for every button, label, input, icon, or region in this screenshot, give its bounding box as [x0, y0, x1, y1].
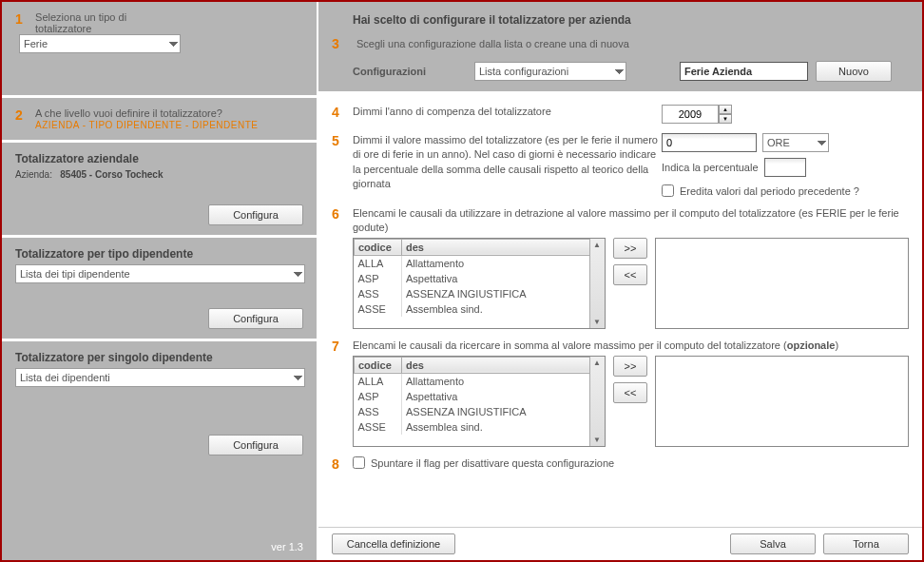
main-header: Hai scelto di configurare il totalizzato…: [318, 2, 922, 93]
inherit-checkbox[interactable]: [662, 184, 674, 197]
config-list-select[interactable]: Lista configurazioni: [474, 62, 626, 81]
inherit-label: Eredita valori dal periodo precedente ?: [680, 185, 859, 197]
step6-label: Elencami le causali da utilizzare in det…: [353, 206, 909, 236]
table-row: ALLAAllattamento: [355, 255, 605, 271]
percent-label: Indica la percentuale: [662, 162, 759, 173]
step6-dual-list: codicedes ALLAAllattamento ASPAspettativ…: [353, 238, 909, 329]
totalizer-type-select[interactable]: Ferie: [19, 34, 181, 53]
step6-number: 6: [332, 206, 353, 222]
back-button[interactable]: Torna: [823, 533, 909, 554]
step4-row: 4 Dimmi l'anno di compenza del totalizza…: [332, 105, 909, 124]
step7-label: Elencami le causali da ricercare in somm…: [353, 339, 909, 353]
azienda-heading: Totalizzatore aziendale: [15, 152, 303, 165]
step2-label: A che livello vuoi definire il totalizza…: [35, 107, 282, 130]
step8-label: Spuntare il flag per disattivare questa …: [371, 456, 909, 471]
step4-label: Dimmi l'anno di compenza del totalizzato…: [353, 105, 662, 119]
s7-remove-button[interactable]: <<: [613, 382, 647, 403]
scrollbar[interactable]: [589, 357, 605, 446]
config-label: Configurazioni: [353, 66, 467, 77]
step7-number: 7: [332, 339, 353, 354]
step5-number: 5: [332, 133, 353, 148]
tipodip-select[interactable]: Lista dei tipi dipendente: [15, 264, 305, 283]
step2-number: 2: [15, 107, 32, 123]
step8-number: 8: [332, 456, 353, 472]
s7-target-list[interactable]: [655, 356, 909, 447]
step1-label: Seleziona un tipo di totalizzatore: [35, 11, 142, 34]
step1-number: 1: [15, 11, 32, 27]
tipodip-heading: Totalizzatore per tipo dipendente: [15, 247, 303, 261]
table-row: ASSEAssemblea sind.: [355, 301, 605, 317]
cancel-definition-button[interactable]: Cancella definizione: [332, 533, 455, 554]
nuovo-button[interactable]: Nuovo: [816, 61, 892, 82]
step7-dual-list: codicedes ALLAAllattamento ASPAspettativ…: [353, 356, 909, 447]
tipodip-configura-button[interactable]: Configura: [208, 308, 303, 329]
s6-remove-button[interactable]: <<: [613, 264, 647, 285]
azienda-sub: Azienda: 85405 - Corso Tocheck: [15, 169, 303, 180]
year-input[interactable]: [662, 105, 719, 124]
azienda-configura-button[interactable]: Configura: [208, 204, 303, 225]
s6-add-button[interactable]: >>: [613, 238, 647, 259]
table-row: ASSEAssemblea sind.: [355, 419, 605, 435]
main-title: Hai scelto di configurare il totalizzato…: [353, 13, 909, 27]
table-row: ALLAAllattamento: [355, 373, 605, 389]
singolo-block: Totalizzatore per singolo dipendente Lis…: [2, 341, 317, 465]
year-up-button[interactable]: ▲: [719, 105, 732, 114]
step8-row: 8 Spuntare il flag per disattivare quest…: [332, 456, 909, 472]
save-button[interactable]: Salva: [730, 533, 816, 554]
step5-row: 5 Dimmi il valore massimo del totalizzat…: [332, 133, 909, 197]
s6-target-list[interactable]: [655, 238, 909, 329]
singolo-heading: Totalizzatore per singolo dipendente: [15, 351, 303, 364]
step2-block: 2 A che livello vuoi definire il totaliz…: [2, 98, 317, 143]
unit-select[interactable]: ORE: [762, 133, 829, 152]
azienda-block: Totalizzatore aziendale Azienda: 85405 -…: [2, 143, 317, 238]
table-row: ASSASSENZA INGIUSTIFICA: [355, 404, 605, 419]
step7-row: 7 Elencami le causali da ricercare in so…: [332, 339, 909, 354]
sidebar: 1 Seleziona un tipo di totalizzatore Fer…: [2, 2, 318, 560]
step5-label: Dimmi il valore massimo del totalizzator…: [353, 133, 662, 192]
disable-config-checkbox[interactable]: [353, 456, 365, 469]
s6-source-list[interactable]: codicedes ALLAAllattamento ASPAspettativ…: [353, 238, 606, 329]
footer: Cancella definizione Salva Torna: [318, 527, 922, 560]
step3-number: 3: [332, 36, 349, 51]
scrollbar[interactable]: [589, 239, 605, 328]
main-pane: Hai scelto di configurare il totalizzato…: [318, 2, 922, 560]
table-row: ASSASSENZA INGIUSTIFICA: [355, 286, 605, 301]
version-label: ver 1.3: [2, 533, 317, 560]
table-row: ASPAspettativa: [355, 389, 605, 404]
singolo-configura-button[interactable]: Configura: [208, 435, 303, 455]
year-down-button[interactable]: ▼: [719, 114, 732, 124]
percent-input[interactable]: [764, 158, 806, 177]
singolo-select[interactable]: Lista dei dipendenti: [15, 368, 305, 387]
s7-source-list[interactable]: codicedes ALLAAllattamento ASPAspettativ…: [353, 356, 606, 447]
table-row: ASPAspettativa: [355, 271, 605, 286]
step6-row: 6 Elencami le causali da utilizzare in d…: [332, 206, 909, 236]
step3-label: Scegli una configurazione dalla lista o …: [356, 38, 629, 49]
s7-add-button[interactable]: >>: [613, 356, 647, 377]
main-body: 4 Dimmi l'anno di compenza del totalizza…: [318, 93, 922, 527]
step1-block: 1 Seleziona un tipo di totalizzatore Fer…: [2, 2, 317, 98]
step4-number: 4: [332, 105, 353, 120]
max-value-input[interactable]: [662, 133, 757, 152]
config-name-input[interactable]: [680, 62, 808, 81]
tipodip-block: Totalizzatore per tipo dipendente Lista …: [2, 238, 317, 341]
